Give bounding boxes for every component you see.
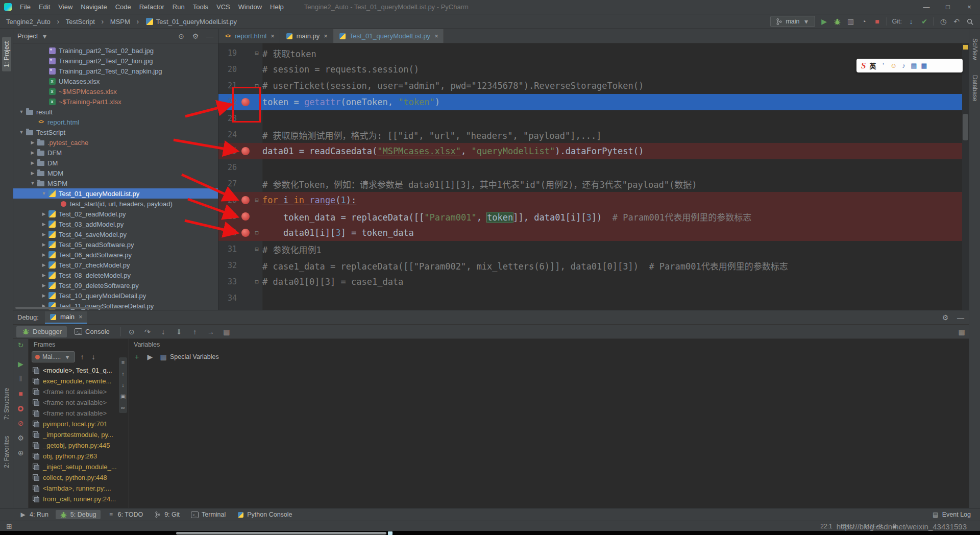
previous-frame-icon[interactable]: ↑ <box>119 371 127 377</box>
stack-frame[interactable]: pyimport, local.py:701 <box>29 419 128 429</box>
search-icon[interactable] <box>966 17 974 26</box>
tree-item[interactable]: ▶.pytest_cache <box>13 137 218 148</box>
code-line-23[interactable]: 23 <box>218 110 969 127</box>
menu-edit[interactable]: Edit <box>35 1 54 13</box>
tree-item[interactable]: ▼result <box>13 107 218 117</box>
tree-expand-arrow[interactable]: ▶ <box>29 140 37 145</box>
warning-marker[interactable] <box>963 45 968 50</box>
mute-breakpoints-icon[interactable]: ⊘ <box>17 419 25 427</box>
tree-item[interactable]: ▶Test_09_deleteSoftware.py <box>13 280 218 290</box>
code-area[interactable]: 19⊟# 获取token20# session = requests.sessi… <box>218 43 969 310</box>
toolwindow-python-console[interactable]: Python Console <box>233 510 296 519</box>
editor-tab-main-py[interactable]: main.py× <box>280 29 333 43</box>
debug-tab-console[interactable]: >_Console <box>69 326 115 337</box>
code-line-26[interactable]: 26 <box>218 159 969 176</box>
rollback-icon[interactable]: ↶ <box>952 17 961 26</box>
stack-frame[interactable]: <frame not available> <box>29 397 128 408</box>
code-line-30[interactable]: 30⊟ data01[i][3] = token_data <box>218 225 969 241</box>
evaluate-icon[interactable]: ▦ <box>223 328 231 336</box>
smiley-icon[interactable]: ☺ <box>890 62 897 70</box>
tree-item[interactable]: x~$Training-Part1.xlsx <box>13 96 218 107</box>
add-watch-icon[interactable]: + <box>133 353 141 361</box>
debug-tab-debugger[interactable]: Debugger <box>16 326 67 337</box>
tool-stripe-2-favorites[interactable]: 2: Favorites <box>2 432 11 472</box>
tree-expand-arrow[interactable]: ▶ <box>40 211 48 216</box>
code-line-22[interactable]: 22token = getattr(oneToken, "token") <box>218 94 969 110</box>
breakpoint-gutter[interactable] <box>239 147 252 155</box>
tool-stripe-7-structure[interactable]: 7: Structure <box>2 384 11 424</box>
tree-item[interactable]: ▶Test_02_readModel.py <box>13 209 218 219</box>
locate-file-icon[interactable]: ⊙ <box>177 32 185 40</box>
coverage-icon[interactable]: ▥ <box>847 17 855 26</box>
tree-item[interactable]: ▶Test_08_deleteModel.py <box>13 270 218 280</box>
stack-frame[interactable]: collect, python.py:448 <box>29 472 128 483</box>
fold-gutter[interactable]: ⊟ <box>252 229 261 236</box>
fold-marker-icon[interactable]: ⊟ <box>255 82 258 89</box>
menu-help[interactable]: Help <box>266 1 288 13</box>
step-out-icon[interactable]: ↑ <box>191 328 199 336</box>
previous-frame-icon[interactable]: ↑ <box>78 353 86 361</box>
code-line-32[interactable]: 32# case1_data = replaceData([["Param002… <box>218 257 969 274</box>
stack-frame[interactable]: <frame not available> <box>29 408 128 419</box>
breadcrumb-item[interactable]: TestScript <box>66 18 95 26</box>
tree-expand-arrow[interactable]: ▶ <box>29 171 37 176</box>
toolwindow-5-debug[interactable]: 5: Debug <box>56 510 101 519</box>
toolwindow-6-todo[interactable]: ≡6: TODO <box>104 510 148 519</box>
stop-icon[interactable]: ■ <box>17 390 25 398</box>
menu-view[interactable]: View <box>54 1 77 13</box>
stop-icon[interactable]: ■ <box>873 17 881 26</box>
tree-item[interactable]: ▶MDM <box>13 168 218 178</box>
menu-lines-icon[interactable]: ≡ <box>119 359 127 366</box>
code-line-31[interactable]: 31⊟# 参数化用例1 <box>218 241 969 257</box>
scrollbar-thumb[interactable] <box>963 114 968 140</box>
ime-language-toggle[interactable]: 英 <box>869 61 876 70</box>
stack-frame[interactable]: _importtestmodule, py... <box>29 429 128 440</box>
next-frame-icon[interactable]: ↓ <box>89 353 97 361</box>
hide-panel-icon[interactable]: — <box>206 32 214 40</box>
tree-item[interactable]: ▼MSPM <box>13 178 218 188</box>
show-execution-point-icon[interactable]: ⊙ <box>128 328 136 336</box>
menu-tools[interactable]: Tools <box>189 1 212 13</box>
update-icon[interactable]: ↓ <box>907 17 915 26</box>
tree-item[interactable]: x~$MSPMcases.xlsx <box>13 86 218 96</box>
toolwindow-terminal[interactable]: >_Terminal <box>187 510 230 519</box>
code-line-21[interactable]: 21⊟# userTicket(session, user="admin", p… <box>218 78 969 94</box>
fold-marker-icon[interactable]: ⊟ <box>255 246 258 253</box>
menu-run[interactable]: Run <box>168 1 189 13</box>
tree-item[interactable]: test_start(id, url, headers, payload) <box>13 199 218 209</box>
special-variables-toggle[interactable]: ▦ Special Variables <box>159 353 219 361</box>
tree-expand-arrow[interactable]: ▼ <box>40 191 48 196</box>
profiler-icon[interactable]: ◔ <box>860 17 868 26</box>
fold-gutter[interactable]: ⊟ <box>252 82 261 89</box>
settings-icon[interactable]: ⚙ <box>17 434 25 442</box>
apostrophe-icon[interactable]: ’ <box>879 62 887 70</box>
menu-navigate[interactable]: Navigate <box>77 1 111 13</box>
stack-frame[interactable]: from_call, runner.py:24... <box>29 494 128 504</box>
tree-item[interactable]: Training_part2_Test_02_bad.jpg <box>13 45 218 56</box>
tree-item[interactable]: ▶Test_03_addModel.py <box>13 219 218 229</box>
tool-stripe-1-project[interactable]: 1: Project <box>2 37 11 71</box>
menu-vcs[interactable]: VCS <box>212 1 234 13</box>
tree-expand-arrow[interactable]: ▶ <box>40 252 48 257</box>
code-line-33[interactable]: 33⊟# data01[0][3] = case1_data <box>218 274 969 290</box>
gear-icon[interactable]: ⚙ <box>191 32 200 40</box>
code-line-19[interactable]: 19⊟# 获取token <box>218 45 969 61</box>
mic-icon[interactable]: ♪ <box>900 62 907 70</box>
breakpoint-gutter[interactable] <box>239 196 252 204</box>
view-breakpoints-icon[interactable] <box>17 404 25 412</box>
code-line-34[interactable]: 34 <box>218 290 969 306</box>
threads-icon[interactable]: ∞ <box>119 404 127 411</box>
lock-icon[interactable] <box>890 522 898 530</box>
rerun-icon[interactable]: ↻ <box>17 341 25 349</box>
tree-expand-arrow[interactable]: ▶ <box>40 293 48 298</box>
tree-expand-arrow[interactable]: ▶ <box>29 160 37 165</box>
tool-stripe-database[interactable]: Database <box>970 71 979 105</box>
tree-expand-arrow[interactable]: ▶ <box>40 242 48 247</box>
toolwindow-4-run[interactable]: ▶4: Run <box>15 510 53 519</box>
step-into-icon[interactable]: ↓ <box>159 328 167 336</box>
step-into-my-code-icon[interactable]: ⇓ <box>175 328 183 336</box>
tree-item[interactable]: ▶Test_06_addSoftware.py <box>13 250 218 260</box>
stack-frame[interactable]: <lambda>, runner.py:... <box>29 483 128 494</box>
debug-tab-main[interactable]: main × <box>45 311 87 324</box>
breadcrumb-item[interactable]: Tengine2_Auto <box>6 18 51 26</box>
